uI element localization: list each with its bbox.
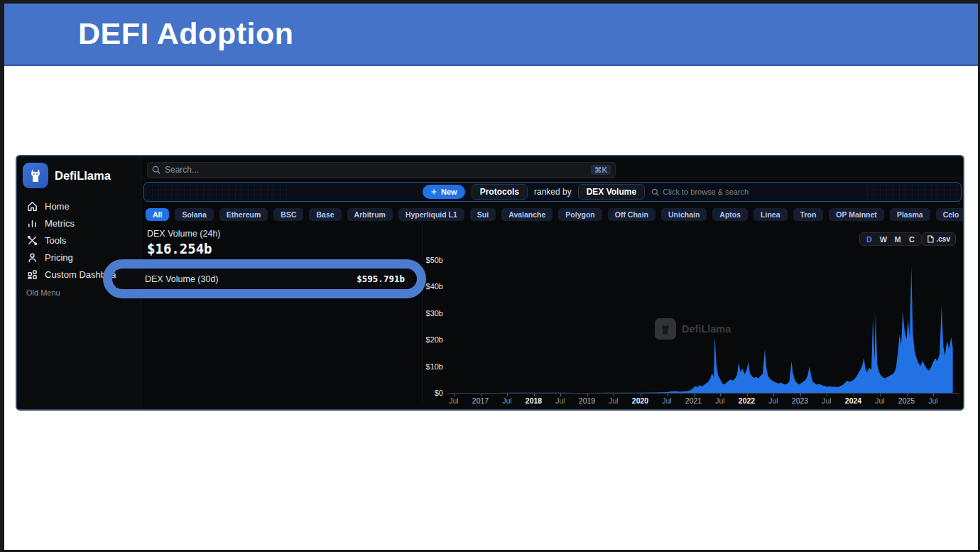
range-button-w[interactable]: W	[876, 235, 891, 244]
sidebar-item-metrics[interactable]: Metrics	[17, 215, 141, 232]
x-tick-label: 2024	[839, 396, 868, 405]
chain-chip-tron[interactable]: Tron	[793, 208, 824, 221]
metric-select-button[interactable]: DEX Volume	[578, 184, 645, 200]
x-tick-label: Jul	[706, 396, 734, 405]
chain-chip-linea[interactable]: Linea	[753, 208, 787, 221]
chain-chip-solana[interactable]: Solana	[175, 208, 213, 221]
y-tick-label: $10b	[412, 362, 443, 371]
chain-chip-arbitrum[interactable]: Arbitrum	[347, 208, 393, 221]
sidebar-item-home[interactable]: Home	[17, 197, 141, 215]
grid-texture-right	[867, 183, 959, 200]
chain-chip-avalanche[interactable]: Avalanche	[501, 208, 552, 221]
x-tick-label: Jul	[546, 396, 575, 405]
y-tick-label: $0	[412, 389, 443, 397]
grid-texture-left	[146, 183, 288, 200]
y-tick-label: $50b	[412, 256, 443, 264]
search-shortcut-badge: ⌘K	[591, 165, 611, 175]
tools-icon	[26, 234, 38, 246]
metrics-icon	[26, 217, 38, 229]
chain-chip-sui[interactable]: Sui	[470, 208, 496, 221]
range-button-m[interactable]: M	[891, 235, 905, 244]
header-divider	[141, 178, 963, 178]
x-tick-label: Jul	[440, 396, 468, 405]
x-tick-label: 2021	[680, 396, 708, 405]
x-tick-label: 2025	[893, 396, 921, 405]
x-tick-label: Jul	[919, 396, 947, 405]
pricing-icon	[26, 251, 38, 263]
x-axis-line	[447, 393, 959, 394]
dex-volume-30d-value: $595.791b	[356, 274, 405, 284]
x-tick-label: 2017	[467, 396, 495, 405]
defillama-logo-icon	[23, 163, 48, 188]
x-tick-label: 2019	[573, 396, 601, 405]
x-tick-label: Jul	[493, 396, 521, 405]
dex-volume-30d-row[interactable]: DEX Volume (30d) $595.791b	[116, 270, 412, 288]
chain-chip-off-chain[interactable]: Off Chain	[608, 208, 655, 221]
chain-chip-celo[interactable]: Celo	[936, 208, 964, 221]
range-button-d[interactable]: D	[862, 235, 876, 244]
chain-chip-plasma[interactable]: Plasma	[890, 208, 930, 221]
new-button[interactable]: New	[423, 185, 465, 199]
chain-chip-base[interactable]: Base	[309, 208, 341, 221]
dex-volume-30d-label: DEX Volume (30d)	[145, 274, 219, 284]
chain-chip-aptos[interactable]: Aptos	[712, 208, 748, 221]
x-tick-label: 2022	[733, 396, 761, 405]
dex-volume-24h-value: $16.254b	[147, 241, 212, 256]
x-tick-label: Jul	[653, 396, 681, 405]
x-tick-label: 2020	[626, 396, 655, 405]
chain-chip-unichain[interactable]: Unichain	[661, 208, 707, 221]
chain-chip-op-mainnet[interactable]: OP Mainnet	[829, 208, 884, 221]
x-tick-label: 2018	[520, 396, 548, 405]
search-icon	[152, 166, 160, 174]
x-tick-label: Jul	[759, 396, 788, 405]
search-input[interactable]: Search... ⌘K	[147, 162, 616, 178]
y-tick-label: $30b	[412, 309, 443, 318]
sidebar-item-pricing[interactable]: Pricing	[17, 249, 141, 266]
dashboards-icon	[26, 269, 38, 280]
slide-title-banner: DEFI Adoption	[4, 4, 978, 66]
chart-canvas[interactable]	[447, 256, 959, 393]
x-tick-label: Jul	[812, 396, 841, 405]
brand-name: DefiLlama	[55, 169, 111, 183]
chain-chip-polygon[interactable]: Polygon	[558, 208, 601, 221]
chain-chip-hyperliquid-l1[interactable]: Hyperliquid L1	[398, 208, 464, 221]
sidebar-item-tools[interactable]: Tools	[17, 232, 141, 249]
x-tick-label: 2023	[786, 396, 815, 405]
browse-search-field[interactable]: Click to browse & search	[651, 188, 748, 196]
protocols-button[interactable]: Protocols	[472, 184, 528, 200]
dex-volume-series	[449, 266, 953, 393]
slide-background: DEFI Adoption DefiLlama HomeMetricsTools…	[4, 4, 978, 550]
chain-chip-bsc[interactable]: BSC	[273, 208, 303, 221]
y-tick-label: $40b	[412, 282, 443, 291]
chain-filter-row: AllSolanaEthereumBSCBaseArbitrumHyperliq…	[146, 207, 957, 222]
range-button-c[interactable]: C	[905, 235, 919, 244]
x-tick-label: Jul	[866, 396, 894, 405]
search-placeholder: Search...	[165, 165, 199, 175]
x-tick-label: Jul	[599, 396, 628, 405]
csv-export-button[interactable]: .csv	[922, 232, 956, 246]
home-icon	[26, 200, 38, 212]
ranked-by-label: ranked by	[534, 187, 572, 197]
metric-toolbar: New Protocols ranked by DEX Volume Click…	[143, 182, 962, 202]
sidebar-item-old-menu[interactable]: Old Menu	[26, 288, 60, 297]
chain-chip-all[interactable]: All	[146, 208, 169, 221]
page-title: DEFI Adoption	[78, 16, 293, 51]
range-button-group: DWMC	[859, 232, 922, 246]
dex-volume-24h-label: DEX Volume (24h)	[147, 229, 221, 239]
chain-chip-ethereum[interactable]: Ethereum	[219, 208, 268, 221]
brand-logo-row[interactable]: DefiLlama	[23, 163, 111, 188]
y-tick-label: $20b	[412, 335, 443, 344]
file-icon	[927, 235, 934, 243]
